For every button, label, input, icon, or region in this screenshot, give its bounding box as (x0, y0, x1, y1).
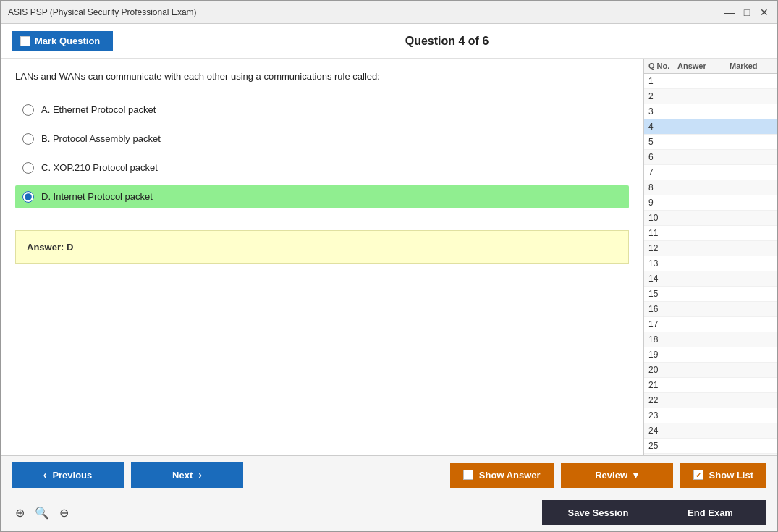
sidebar-row[interactable]: 13 (644, 256, 777, 271)
option-a-label: A. Ethernet Protocol packet (41, 104, 156, 115)
window-controls: — □ ✕ (724, 7, 770, 18)
top-bar: Mark Question Question 4 of 6 (1, 24, 777, 59)
content-area: Mark Question Question 4 of 6 LANs and W… (1, 24, 777, 531)
sidebar-row-number: 22 (648, 395, 677, 405)
sidebar-row-number: 21 (648, 380, 677, 390)
save-session-label: Save Session (568, 507, 629, 518)
sidebar-list[interactable]: 1234567891011121314151617181920212223242… (644, 74, 777, 455)
zoom-reset-button[interactable]: 🔍 (31, 504, 53, 521)
sidebar-row-number: 1 (648, 76, 677, 86)
mark-checkbox-icon (20, 36, 30, 46)
sidebar-answer-header: Answer (677, 62, 730, 70)
sidebar-row-number: 7 (648, 167, 677, 177)
title-bar: ASIS PSP (Physical Security Professional… (1, 1, 777, 24)
previous-label: Previous (52, 470, 92, 481)
question-text: LANs and WANs can communicate with each … (15, 69, 629, 84)
sidebar-row[interactable]: 14 (644, 271, 777, 287)
option-a[interactable]: A. Ethernet Protocol packet (15, 98, 629, 122)
sidebar-row-number: 16 (648, 304, 677, 314)
option-d-label: D. Internet Protocol packet (41, 191, 153, 202)
question-list-sidebar: Q No. Answer Marked 12345678910111213141… (643, 59, 777, 455)
sidebar-row-number: 17 (648, 319, 677, 329)
previous-button[interactable]: ‹ Previous (12, 462, 124, 488)
sidebar-row-number: 4 (648, 122, 677, 132)
sidebar-row[interactable]: 15 (644, 287, 777, 302)
bottom-navigation-bar: ‹ Previous Next › Show Answer Review ▾ ✓… (1, 455, 777, 494)
option-b[interactable]: B. Protocol Assembly packet (15, 127, 629, 151)
sidebar-row[interactable]: 8 (644, 180, 777, 195)
sidebar-row[interactable]: 17 (644, 317, 777, 332)
sidebar-row[interactable]: 7 (644, 165, 777, 180)
right-arrow-icon: › (198, 469, 202, 481)
main-window: ASIS PSP (Physical Security Professional… (0, 0, 778, 532)
zoom-out-button[interactable]: ⊖ (56, 504, 72, 521)
sidebar-row[interactable]: 23 (644, 408, 777, 423)
end-exam-button[interactable]: End Exam (654, 500, 766, 525)
sidebar-row[interactable]: 3 (644, 104, 777, 119)
sidebar-row[interactable]: 12 (644, 241, 777, 256)
sidebar-row[interactable]: 10 (644, 211, 777, 226)
sidebar-row[interactable]: 16 (644, 302, 777, 317)
option-d[interactable]: D. Internet Protocol packet (15, 185, 629, 208)
sidebar-marked-header: Marked (730, 62, 773, 70)
sidebar-row[interactable]: 1 (644, 74, 777, 89)
sidebar-row[interactable]: 6 (644, 150, 777, 165)
sidebar-row[interactable]: 22 (644, 393, 777, 408)
sidebar-row[interactable]: 20 (644, 363, 777, 378)
mark-question-label: Mark Question (35, 35, 100, 46)
show-answer-checkbox-icon (463, 470, 473, 480)
next-label: Next (172, 470, 193, 481)
window-title: ASIS PSP (Physical Security Professional… (8, 7, 197, 17)
minimize-button[interactable]: — (724, 7, 735, 18)
sidebar-row-number: 24 (648, 426, 677, 436)
left-arrow-icon: ‹ (43, 469, 47, 481)
zoom-in-button[interactable]: ⊕ (12, 504, 28, 521)
review-label: Review (595, 470, 627, 481)
sidebar-row-number: 19 (648, 350, 677, 360)
question-panel: LANs and WANs can communicate with each … (1, 59, 643, 455)
sidebar-row-number: 9 (648, 198, 677, 208)
sidebar-row[interactable]: 2 (644, 89, 777, 104)
next-button[interactable]: Next › (131, 462, 243, 488)
show-list-checkbox-icon: ✓ (693, 470, 703, 480)
option-c[interactable]: C. XOP.210 Protocol packet (15, 156, 629, 180)
sidebar-row[interactable]: 4 (644, 119, 777, 135)
sidebar-row[interactable]: 25 (644, 439, 777, 454)
answer-box: Answer: D (15, 230, 629, 264)
mark-question-button[interactable]: Mark Question (12, 31, 113, 51)
sidebar-qno-header: Q No. (648, 62, 677, 70)
sidebar-row[interactable]: 5 (644, 135, 777, 150)
sidebar-row-number: 12 (648, 243, 677, 253)
sidebar-row[interactable]: 19 (644, 347, 777, 363)
sidebar-row[interactable]: 11 (644, 226, 777, 241)
answer-text: Answer: D (27, 242, 73, 253)
sidebar-row-number: 6 (648, 152, 677, 162)
question-title: Question 4 of 6 (127, 35, 766, 48)
save-session-button[interactable]: Save Session (542, 500, 654, 525)
sidebar-row[interactable]: 9 (644, 195, 777, 211)
show-answer-label: Show Answer (479, 470, 541, 481)
option-c-radio[interactable] (22, 162, 34, 174)
sidebar-row-number: 5 (648, 137, 677, 147)
sidebar-row-number: 8 (648, 182, 677, 193)
option-b-radio[interactable] (22, 133, 34, 145)
sidebar-header: Q No. Answer Marked (644, 59, 777, 74)
sidebar-row[interactable]: 18 (644, 332, 777, 347)
sidebar-row-number: 2 (648, 91, 677, 101)
sidebar-row-number: 11 (648, 228, 677, 238)
review-button[interactable]: Review ▾ (561, 463, 673, 488)
maximize-button[interactable]: □ (741, 7, 753, 18)
show-list-button[interactable]: ✓ Show List (680, 463, 766, 488)
show-list-label: Show List (709, 470, 753, 481)
option-a-radio[interactable] (22, 104, 34, 116)
main-body: LANs and WANs can communicate with each … (1, 59, 777, 455)
show-answer-button[interactable]: Show Answer (450, 463, 554, 488)
sidebar-row-number: 25 (648, 441, 677, 451)
option-d-radio[interactable] (22, 191, 34, 203)
sidebar-row-number: 15 (648, 289, 677, 299)
sidebar-row-number: 3 (648, 106, 677, 117)
close-button[interactable]: ✕ (758, 7, 770, 18)
sidebar-row[interactable]: 21 (644, 378, 777, 393)
sidebar-row[interactable]: 24 (644, 423, 777, 439)
bottom-session-bar: ⊕ 🔍 ⊖ Save Session End Exam (1, 494, 777, 531)
